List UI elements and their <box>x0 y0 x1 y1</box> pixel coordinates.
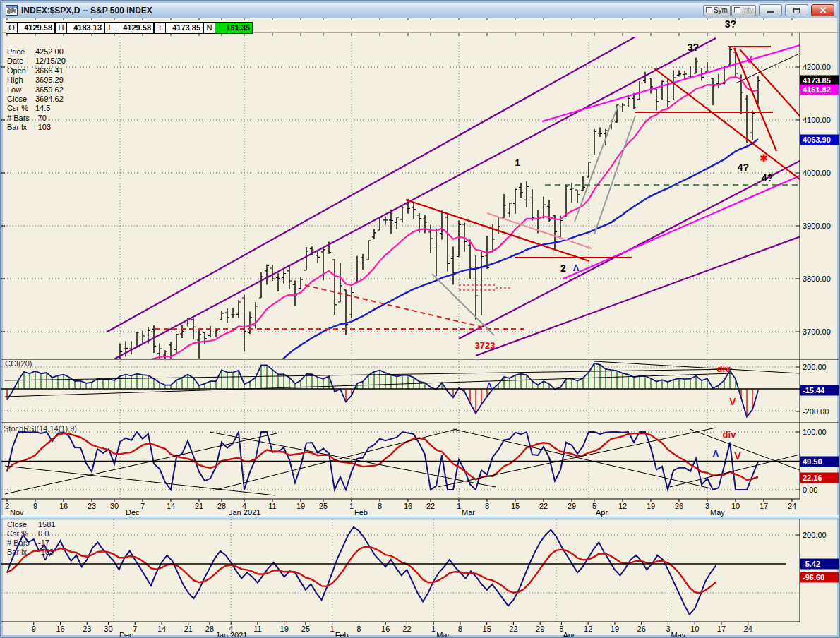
svg-text:Dec: Dec <box>126 508 140 517</box>
svg-text:29: 29 <box>536 625 544 633</box>
svg-text:Λ: Λ <box>573 263 580 273</box>
quote-open-label: O <box>6 22 18 34</box>
svg-text:High: High <box>7 76 23 84</box>
svg-text:19: 19 <box>611 625 619 633</box>
svg-text:30: 30 <box>104 625 112 633</box>
svg-text:26: 26 <box>675 502 683 510</box>
svg-text:Date: Date <box>7 56 23 65</box>
svg-text:3: 3 <box>666 625 670 633</box>
svg-text:May: May <box>710 508 725 517</box>
svg-text:4161.82: 4161.82 <box>803 85 831 94</box>
svg-text:28: 28 <box>217 502 226 510</box>
svg-text:Mar: Mar <box>462 508 475 517</box>
svg-text:-5.42: -5.42 <box>803 560 820 568</box>
svg-text:4100.00: 4100.00 <box>803 116 831 124</box>
trendlines-main[interactable] <box>107 16 806 363</box>
svg-text:10: 10 <box>690 625 699 633</box>
svg-text:7: 7 <box>140 502 145 510</box>
svg-text:7: 7 <box>133 625 137 633</box>
svg-text:10: 10 <box>731 502 740 510</box>
svg-text:19: 19 <box>296 502 305 510</box>
intv-button[interactable]: Intv <box>731 5 756 16</box>
svg-text:# Bars: # Bars <box>7 538 30 547</box>
svg-text:# Bars: # Bars <box>7 114 30 122</box>
svg-text:11: 11 <box>268 502 276 510</box>
quote-high-label: H <box>55 22 67 34</box>
quote-net-value: +61.35 <box>215 22 253 34</box>
minimize-button[interactable] <box>759 4 782 16</box>
svg-text:25: 25 <box>319 502 328 510</box>
svg-text:-17: -17 <box>38 538 49 547</box>
sym-button[interactable]: Sym <box>703 5 731 16</box>
svg-text:Close: Close <box>7 95 27 103</box>
svg-text:14: 14 <box>157 625 166 633</box>
svg-text:✱: ✱ <box>760 152 768 164</box>
svg-text:8: 8 <box>485 502 489 510</box>
restore-icon <box>793 8 800 13</box>
title-bar[interactable]: INDEX:$SPX,D -- S&P 500 INDEX Sym Intv <box>3 3 837 18</box>
svg-text:30: 30 <box>110 502 119 510</box>
svg-text:19: 19 <box>647 502 655 510</box>
svg-text:3723: 3723 <box>475 340 496 351</box>
svg-text:Λ: Λ <box>712 448 719 459</box>
svg-text:2: 2 <box>5 502 9 510</box>
chart-annotations[interactable]: 12Λ3?3?V✱4?4?3723divVΛdivΛVV <box>42 18 774 562</box>
svg-text:9: 9 <box>32 625 36 633</box>
quote-last-label: T <box>154 22 166 34</box>
quote-open-value: 4129.58 <box>18 22 55 34</box>
svg-text:-15.44: -15.44 <box>803 386 825 395</box>
svg-text:22.16: 22.16 <box>803 474 822 482</box>
svg-text:V: V <box>734 450 741 462</box>
close-icon <box>819 6 827 14</box>
svg-text:-96.60: -96.60 <box>803 573 824 582</box>
svg-text:Feb: Feb <box>354 508 368 517</box>
svg-text:2: 2 <box>560 263 566 274</box>
svg-text:V: V <box>729 396 736 407</box>
svg-text:V: V <box>42 552 49 562</box>
svg-text:24: 24 <box>744 625 752 633</box>
price-axis-labels: 4200.004173.854161.824100.004063.904000.… <box>796 63 840 583</box>
svg-text:1581: 1581 <box>38 520 55 529</box>
svg-text:22: 22 <box>402 625 411 633</box>
svg-text:div: div <box>717 363 731 374</box>
svg-text:16: 16 <box>59 502 68 510</box>
lower-info-panel: Close1581Csr %0.0# Bars-17Bar lx-103 <box>7 520 55 556</box>
x-axis-lower: 9162330714212841119251816221815222951219… <box>32 622 752 638</box>
svg-text:-200.00: -200.00 <box>803 407 829 416</box>
svg-text:21: 21 <box>195 502 203 510</box>
svg-text:16: 16 <box>404 502 412 510</box>
sym-button-label: Sym <box>714 6 728 14</box>
svg-text:49.50: 49.50 <box>803 457 822 466</box>
intv-button-label: Intv <box>742 6 753 14</box>
info-panel: Price4252.00Date12/15/20Open3666.41High3… <box>7 47 66 131</box>
svg-text:4?: 4? <box>738 162 749 173</box>
svg-text:4200.00: 4200.00 <box>803 63 831 71</box>
svg-text:Feb: Feb <box>335 631 349 638</box>
svg-text:14.5: 14.5 <box>35 104 50 112</box>
svg-text:3900.00: 3900.00 <box>803 222 831 230</box>
svg-text:1: 1 <box>330 625 335 633</box>
quote-net-label: N <box>203 22 215 34</box>
svg-text:1: 1 <box>431 625 436 633</box>
restore-button[interactable] <box>785 4 808 16</box>
svg-text:1: 1 <box>349 502 354 510</box>
svg-text:29: 29 <box>568 502 576 510</box>
svg-text:Nov: Nov <box>10 508 24 517</box>
close-button[interactable] <box>811 4 834 16</box>
quote-high-value: 4183.13 <box>67 22 104 34</box>
svg-text:14: 14 <box>167 502 175 510</box>
svg-text:28: 28 <box>205 625 214 633</box>
svg-text:1: 1 <box>457 502 461 510</box>
svg-text:Jan 2021: Jan 2021 <box>229 508 260 517</box>
svg-text:16: 16 <box>56 625 64 633</box>
svg-text:V: V <box>745 53 752 65</box>
svg-text:3695.29: 3695.29 <box>35 76 64 84</box>
svg-text:1: 1 <box>515 157 520 168</box>
chart-canvas[interactable]: 2916233071421284111925181622181522295121… <box>1 1 840 638</box>
svg-text:CCI(20): CCI(20) <box>5 359 32 368</box>
svg-text:3: 3 <box>705 502 709 510</box>
svg-text:3700.00: 3700.00 <box>803 327 831 336</box>
svg-text:Jan 2021: Jan 2021 <box>215 631 247 638</box>
svg-text:200.00: 200.00 <box>803 531 827 539</box>
svg-text:Open: Open <box>7 66 26 75</box>
